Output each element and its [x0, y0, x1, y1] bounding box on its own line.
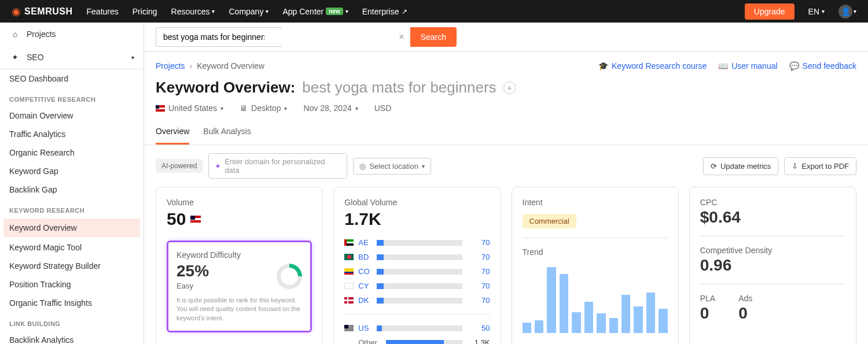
user-menu[interactable]: 👤 ▾ [838, 5, 856, 19]
search-button[interactable]: Search [410, 27, 457, 47]
flag-us-icon [344, 325, 354, 331]
ai-powered-badge: AI-powered [156, 159, 203, 173]
card-cpc: CPC $0.64 Competitive Density 0.96 PLA 0… [689, 187, 856, 344]
nav-enterprise[interactable]: Enterprise↗ [362, 7, 407, 16]
link-manual[interactable]: 📖User manual [718, 61, 777, 71]
page-title: Keyword Overview: [156, 79, 295, 97]
link-course[interactable]: 🎓Keyword Research course [598, 61, 707, 71]
metric-label: Competitive Density [700, 246, 845, 255]
volume-value[interactable]: 50 [467, 324, 490, 332]
volume-value[interactable]: 70 [467, 267, 490, 276]
chat-icon: 💬 [789, 61, 799, 71]
sidebar-item-organic-research[interactable]: Organic Research [0, 143, 144, 162]
sparkle-icon: ✦ [215, 162, 221, 171]
trend-bar [621, 295, 630, 333]
upgrade-button[interactable]: Upgrade [745, 3, 795, 20]
sidebar-category: LINK BUILDING [0, 312, 144, 331]
gv-row: CY70 [344, 282, 490, 290]
volume-value[interactable]: 70 [467, 282, 490, 290]
country-code[interactable]: CY [358, 282, 372, 290]
external-link-icon: ↗ [402, 8, 407, 16]
nav-company[interactable]: Company▾ [229, 7, 269, 16]
logo-text: SEMRUSH [24, 6, 73, 17]
country-code[interactable]: BD [358, 253, 372, 261]
intent-badge: Commercial [523, 214, 576, 228]
sidebar-item-projects[interactable]: ⌂ Projects [0, 23, 144, 46]
metric-value: 1.7K [344, 209, 490, 229]
sidebar-item-seo[interactable]: ✦ SEO ▾ [0, 46, 144, 69]
sidebar-item-keyword-magic[interactable]: Keyword Magic Tool [0, 238, 144, 257]
home-icon: ⌂ [9, 29, 21, 39]
sidebar-item-keyword-gap[interactable]: Keyword Gap [0, 162, 144, 180]
domain-input[interactable]: ✦Enter domain for personalized data [208, 153, 347, 179]
desktop-icon: 🖥 [240, 103, 248, 113]
volume-bar [377, 240, 462, 246]
tab-bulk[interactable]: Bulk Analysis [203, 120, 251, 145]
gv-row: AE70 [344, 238, 490, 247]
download-icon: ⇩ [792, 162, 798, 171]
volume-value[interactable]: 70 [467, 296, 490, 305]
sidebar-item-backlink-gap[interactable]: Backlink Gap [0, 180, 144, 199]
nav-features[interactable]: Features [87, 7, 119, 16]
sidebar-item-traffic-analytics[interactable]: Traffic Analytics [0, 125, 144, 143]
export-pdf-button[interactable]: ⇩Export to PDF [784, 157, 856, 175]
flag-us-icon [156, 105, 165, 112]
trend-bar [560, 274, 568, 333]
tab-overview[interactable]: Overview [156, 120, 189, 145]
language-selector[interactable]: EN▾ [808, 7, 825, 16]
logo[interactable]: ◉ SEMRUSH [12, 5, 73, 18]
sidebar-item-position-tracking[interactable]: Position Tracking [0, 275, 144, 294]
add-keyword-button[interactable]: + [503, 82, 516, 94]
clear-icon[interactable]: × [399, 32, 404, 42]
book-icon: 📖 [718, 61, 728, 71]
trend-bar [609, 318, 618, 333]
update-metrics-button[interactable]: ⟳Update metrics [703, 157, 778, 175]
sidebar-item-organic-traffic[interactable]: Organic Traffic Insights [0, 294, 144, 312]
metric-value: 0 [700, 304, 715, 323]
sidebar-item-seo-dashboard[interactable]: SEO Dashboard [0, 69, 144, 88]
keyword-search-input[interactable] [156, 27, 282, 47]
metric-label: Trend [523, 247, 668, 257]
country-code[interactable]: AE [358, 238, 372, 247]
new-badge: new [326, 8, 343, 15]
sidebar-item-backlink-analytics[interactable]: Backlink Analytics [0, 331, 144, 344]
metric-label: Volume [167, 198, 312, 207]
nav-pricing[interactable]: Pricing [133, 7, 157, 16]
nav-resources[interactable]: Resources▾ [171, 7, 215, 16]
breadcrumb-current: Keyword Overview [197, 61, 264, 71]
chevron-down-icon: ▾ [345, 8, 348, 14]
trend-bar [646, 293, 655, 333]
volume-value[interactable]: 70 [467, 238, 490, 247]
metric-value: 50 [167, 209, 312, 229]
breadcrumb-projects[interactable]: Projects [156, 61, 185, 71]
filter-date[interactable]: Nov 28, 2024▾ [303, 103, 358, 113]
graduation-icon: 🎓 [598, 61, 608, 71]
chevron-down-icon: ▾ [131, 54, 134, 61]
filter-currency[interactable]: USD [374, 103, 392, 113]
volume-value[interactable]: 70 [467, 253, 490, 261]
card-volume: Volume 50 Keyword Difficulty 25% Easy It… [156, 187, 323, 344]
filter-device[interactable]: 🖥Desktop▾ [240, 103, 287, 113]
flag-us-icon [190, 216, 201, 223]
location-select[interactable]: ◎Select location▾ [353, 158, 431, 175]
country-code[interactable]: DK [358, 296, 372, 305]
metric-value: 0.96 [700, 256, 845, 275]
sidebar-item-domain-overview[interactable]: Domain Overview [0, 106, 144, 125]
nav-app-center[interactable]: App Centernew▾ [282, 7, 348, 16]
metric-value: $0.64 [700, 208, 845, 227]
sidebar-item-keyword-strategy[interactable]: Keyword Strategy Builder [0, 257, 144, 275]
sidebar-item-keyword-overview[interactable]: Keyword Overview [3, 219, 140, 237]
volume-bar [377, 283, 462, 289]
card-intent-trend: Intent Commercial Trend [512, 187, 679, 344]
link-feedback[interactable]: 💬Send feedback [789, 61, 856, 71]
country-code[interactable]: US [358, 324, 372, 332]
chevron-down-icon: ▾ [266, 8, 269, 14]
chevron-down-icon: ▾ [355, 105, 358, 112]
gv-row: BD70 [344, 253, 490, 261]
metric-label: Global Volume [344, 198, 490, 207]
trend-bar [535, 320, 543, 333]
country-code[interactable]: CO [358, 267, 372, 276]
filter-country[interactable]: United States▾ [156, 103, 223, 113]
flag-icon [344, 297, 354, 304]
trend-bar [597, 313, 605, 333]
